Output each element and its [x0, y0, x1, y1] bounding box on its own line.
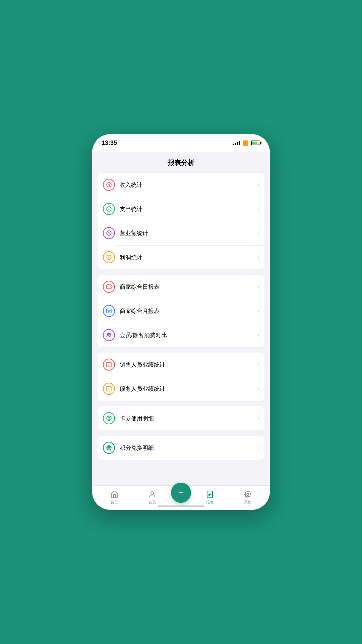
- list-item-daily[interactable]: 商家综合日报表 ›: [98, 275, 264, 299]
- list-item-service[interactable]: 服务人员业绩统计 ›: [98, 377, 264, 401]
- list-item-member-compare[interactable]: 会员/散客消费对比 ›: [98, 323, 264, 347]
- home-indicator: [158, 505, 204, 507]
- list-item-income[interactable]: 收入统计 ›: [98, 173, 264, 197]
- tab-home[interactable]: 首页: [96, 490, 133, 505]
- card-group-5: 积分兑换明细 ›: [98, 436, 264, 460]
- card-icon: [103, 412, 115, 424]
- expense-chevron: ›: [257, 206, 259, 212]
- svg-point-16: [109, 333, 111, 335]
- add-icon: +: [178, 488, 184, 497]
- member-icon: [148, 490, 156, 498]
- sales-icon: [103, 359, 115, 371]
- service-chevron: ›: [257, 386, 259, 392]
- svg-rect-5: [107, 285, 111, 289]
- expense-label: 支出统计: [120, 205, 257, 213]
- member-compare-chevron: ›: [257, 332, 259, 338]
- status-time: 13:35: [102, 140, 117, 147]
- svg-point-24: [108, 446, 110, 449]
- points-icon: [103, 442, 115, 454]
- page-header: 报表分析: [92, 152, 270, 173]
- svg-text:¥: ¥: [108, 256, 110, 259]
- tab-member-label: 会员: [148, 500, 156, 505]
- revenue-chevron: ›: [257, 230, 259, 236]
- list-item-revenue[interactable]: 营业额统计 ›: [98, 221, 264, 245]
- card-chevron: ›: [257, 415, 259, 421]
- member-compare-icon: [103, 329, 115, 341]
- member-compare-label: 会员/散客消费对比: [120, 331, 257, 339]
- expense-icon: [103, 203, 115, 215]
- card-group-2: 商家综合日报表 › 商家综合月报表 ›: [98, 275, 264, 347]
- list-item-profit[interactable]: ¥ 利润统计 ›: [98, 245, 264, 269]
- income-label: 收入统计: [120, 181, 257, 189]
- monthly-label: 商家综合月报表: [120, 307, 257, 315]
- page-title: 报表分析: [92, 158, 270, 167]
- points-chevron: ›: [257, 445, 259, 451]
- tab-add-button[interactable]: +: [171, 483, 191, 503]
- report-icon: [206, 490, 214, 498]
- monthly-chevron: ›: [257, 308, 259, 314]
- tab-report-label: 报表: [206, 500, 214, 505]
- system-icon: [244, 490, 252, 498]
- service-icon: [103, 383, 115, 395]
- svg-point-23: [107, 445, 111, 450]
- list-item-points[interactable]: 积分兑换明细 ›: [98, 436, 264, 460]
- revenue-label: 营业额统计: [120, 229, 257, 237]
- wifi-icon: 📶: [243, 140, 248, 146]
- card-group-1: 收入统计 › 支出统计 ›: [98, 173, 264, 269]
- list-item-card[interactable]: 卡券使用明细 ›: [98, 406, 264, 430]
- service-label: 服务人员业绩统计: [120, 385, 257, 393]
- tab-system[interactable]: 系统: [229, 490, 267, 505]
- profit-label: 利润统计: [120, 254, 257, 261]
- profit-chevron: ›: [257, 254, 259, 260]
- revenue-icon: [103, 227, 115, 239]
- daily-chevron: ›: [257, 284, 259, 290]
- income-chevron: ›: [257, 182, 259, 188]
- income-icon: [103, 179, 115, 191]
- tab-home-label: 首页: [111, 500, 118, 505]
- status-bar: 13:35 📶 ⚡: [92, 134, 270, 152]
- list-item-sales[interactable]: 销售人员业绩统计 ›: [98, 353, 264, 377]
- card-label: 卡券使用明细: [120, 415, 257, 422]
- card-group-4: 卡券使用明细 ›: [98, 406, 264, 430]
- list-item-monthly[interactable]: 商家综合月报表 ›: [98, 299, 264, 323]
- profit-icon: ¥: [103, 251, 115, 263]
- sales-chevron: ›: [257, 362, 259, 368]
- svg-point-20: [108, 417, 110, 419]
- signal-icon: [233, 141, 240, 145]
- svg-point-31: [247, 493, 249, 495]
- home-icon: [110, 490, 118, 498]
- tab-member[interactable]: 会员: [133, 490, 171, 505]
- battery-icon: ⚡: [251, 141, 260, 145]
- tab-report[interactable]: 报表: [191, 490, 229, 505]
- content-area: 收入统计 › 支出统计 ›: [92, 173, 270, 485]
- daily-icon: [103, 281, 115, 293]
- monthly-icon: [103, 305, 115, 317]
- phone-frame: 13:35 📶 ⚡ 报表分析: [92, 134, 270, 510]
- points-label: 积分兑换明细: [120, 444, 257, 452]
- svg-point-26: [151, 492, 154, 494]
- list-item-expense[interactable]: 支出统计 ›: [98, 197, 264, 221]
- card-group-3: 销售人员业绩统计 › 服务人员业绩统计 ›: [98, 353, 264, 401]
- sales-label: 销售人员业绩统计: [120, 361, 257, 369]
- svg-point-25: [109, 447, 110, 448]
- tab-system-label: 系统: [244, 500, 251, 505]
- status-icons: 📶 ⚡: [233, 140, 260, 146]
- daily-label: 商家综合日报表: [120, 283, 257, 291]
